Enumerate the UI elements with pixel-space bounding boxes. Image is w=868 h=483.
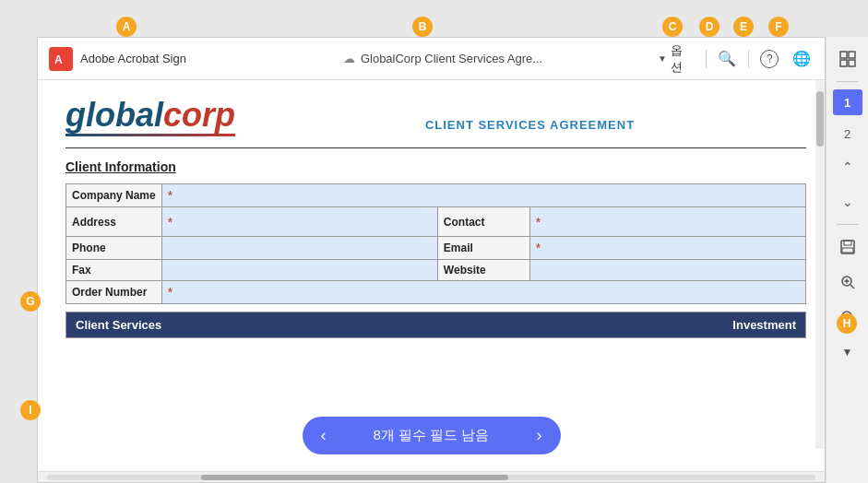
required-marker: * <box>536 215 541 230</box>
table-row: Company Name * <box>66 184 806 207</box>
chevron-down-icon: ⌄ <box>842 194 853 209</box>
page-2-button[interactable]: 2 <box>833 121 862 147</box>
app-logo-text: Adobe Acrobat Sign <box>80 52 186 65</box>
svg-rect-4 <box>840 60 847 66</box>
thumbnails-button[interactable] <box>833 44 862 74</box>
chevron-up-icon: ⌃ <box>842 159 853 174</box>
globalcorp-logo: globalcorp <box>65 99 235 132</box>
vertical-scrollbar[interactable] <box>815 80 825 449</box>
save-icon <box>839 239 856 255</box>
doc-title: GlobalCorp Client Services Agre... <box>361 52 542 65</box>
input-order-number[interactable]: * <box>161 281 805 304</box>
zoom-in-button[interactable] <box>833 267 862 297</box>
doc-divider <box>65 147 806 148</box>
svg-rect-3 <box>849 52 855 58</box>
annotation-b: B <box>412 17 433 37</box>
topbar: A Adobe Acrobat Sign ☁ GlobalCorp Client… <box>38 38 825 80</box>
cloud-icon: ☁ <box>343 52 355 65</box>
nav-prev-button[interactable]: ‹ <box>321 426 327 445</box>
client-info-table: Company Name * Address * Contact * <box>65 183 806 304</box>
required-marker: * <box>168 188 172 203</box>
scroll-thumb[interactable] <box>816 91 824 147</box>
doc-title-text: CLIENT SERVICES AGREEMENT <box>425 118 635 132</box>
client-services-label: Client Services <box>66 312 436 337</box>
input-contact[interactable]: * <box>529 207 805 237</box>
section-title: Client Information <box>65 159 806 174</box>
help-icon: ? <box>760 50 779 68</box>
annotation-f: F <box>768 17 789 37</box>
client-services-bar: Client Services Investment <box>65 312 806 338</box>
svg-line-12 <box>850 285 854 289</box>
input-website[interactable] <box>529 260 805 281</box>
acrobat-svg: A <box>53 51 69 67</box>
doc-title-area: CLIENT SERVICES AGREEMENT <box>254 116 806 136</box>
zoom-in-icon <box>839 274 856 290</box>
scrollbar-thumb[interactable] <box>201 475 508 480</box>
globe-button[interactable]: 🌐 <box>791 46 814 72</box>
label-company-name: Company Name <box>66 184 162 207</box>
scroll-up-button[interactable]: ⌃ <box>833 152 862 182</box>
options-label: 옵션 <box>671 42 691 76</box>
label-contact: Contact <box>437 207 529 237</box>
required-marker: * <box>168 215 172 230</box>
label-fax: Fax <box>66 260 162 281</box>
annotation-d: D <box>699 17 719 37</box>
nav-next-button[interactable]: › <box>536 426 541 445</box>
logo-area: globalcorp <box>65 99 235 136</box>
save-button[interactable] <box>833 232 862 262</box>
table-row: Order Number * <box>66 281 806 304</box>
sidebar-divider-1 <box>837 81 859 82</box>
required-fields-nav: ‹ 8개 필수 필드 남음 › <box>303 417 561 454</box>
globe-icon: 🌐 <box>792 50 811 67</box>
input-email[interactable]: * <box>529 237 805 260</box>
sidebar-divider-2 <box>837 224 859 225</box>
thumbnails-icon <box>839 51 856 67</box>
doc-header: globalcorp CLIENT SERVICES AGREEMENT <box>65 99 806 136</box>
table-row: Address * Contact * <box>66 207 806 237</box>
annotation-h: H <box>837 313 857 334</box>
required-marker: * <box>168 285 172 300</box>
input-address[interactable]: * <box>161 207 437 237</box>
table-row: Phone Email * <box>66 237 806 260</box>
label-phone: Phone <box>66 237 162 260</box>
acrobat-logo-icon: A <box>49 47 73 71</box>
page-2-label: 2 <box>844 127 850 141</box>
label-website: Website <box>437 260 529 281</box>
label-address: Address <box>66 207 162 237</box>
topbar-right: ▼ 옵션 🔍 ? 🌐 <box>652 41 814 77</box>
horizontal-scrollbar[interactable] <box>38 471 825 482</box>
chevron-down-icon: ▼ <box>658 53 667 64</box>
divider2 <box>748 50 749 68</box>
scrollbar-track[interactable] <box>47 475 815 480</box>
svg-rect-2 <box>840 52 847 58</box>
app-logo-area: A Adobe Acrobat Sign <box>49 47 233 71</box>
topbar-center: ☁ GlobalCorp Client Services Agre... <box>233 52 652 65</box>
investment-label: Investment <box>436 312 806 337</box>
annotation-a: A <box>116 17 137 37</box>
scroll-down2-button[interactable]: ▼ <box>833 337 862 367</box>
required-marker: * <box>536 241 541 255</box>
annotation-i: I <box>20 400 41 420</box>
right-sidebar: 1 2 ⌃ ⌄ <box>826 37 868 483</box>
svg-rect-6 <box>841 241 854 253</box>
label-email: Email <box>437 237 529 260</box>
help-button[interactable]: ? <box>758 46 781 72</box>
svg-text:A: A <box>54 53 63 66</box>
annotation-g: G <box>20 291 41 312</box>
divider <box>706 50 707 68</box>
table-row: Fax Website <box>66 260 806 281</box>
doc-body[interactable]: globalcorp CLIENT SERVICES AGREEMENT Cli… <box>38 80 825 471</box>
page-1-label: 1 <box>844 96 850 110</box>
logo-global: global <box>65 96 163 134</box>
required-fields-label: 8개 필수 필드 남음 <box>374 427 490 444</box>
scroll-down-button[interactable]: ⌄ <box>833 187 862 217</box>
annotation-c: C <box>662 17 683 37</box>
input-phone[interactable] <box>161 237 437 260</box>
page-1-button[interactable]: 1 <box>833 89 862 115</box>
options-button[interactable]: ▼ 옵션 <box>652 41 696 77</box>
search-icon: 🔍 <box>718 50 736 67</box>
label-order-number: Order Number <box>66 281 162 304</box>
input-fax[interactable] <box>161 260 437 281</box>
search-button[interactable]: 🔍 <box>716 46 739 72</box>
input-company-name[interactable]: * <box>161 184 805 207</box>
